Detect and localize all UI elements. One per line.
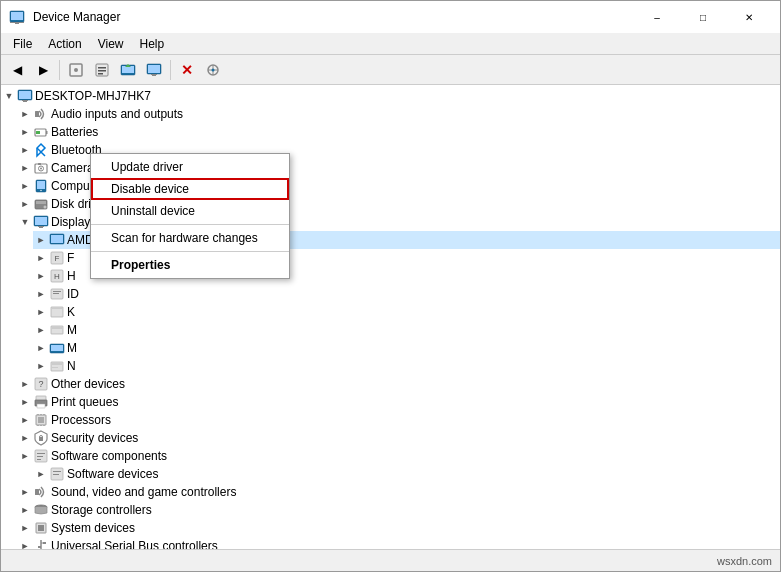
svg-text:?: ?: [38, 379, 43, 389]
tree-item-k[interactable]: ► K: [33, 303, 780, 321]
expand-n[interactable]: ►: [33, 358, 49, 374]
expand-id[interactable]: ►: [33, 286, 49, 302]
svg-rect-27: [36, 131, 40, 134]
expand-root[interactable]: ▼: [1, 88, 17, 104]
svg-rect-55: [52, 327, 62, 329]
toolbar: ◀ ▶ ✕: [1, 55, 780, 85]
expand-display[interactable]: ▼: [17, 214, 33, 230]
tree-item-batteries[interactable]: ► Batteries: [17, 123, 780, 141]
svg-rect-37: [36, 201, 46, 204]
expand-sound[interactable]: ►: [17, 484, 33, 500]
ctx-disable-device[interactable]: Disable device: [91, 178, 289, 200]
menu-view[interactable]: View: [90, 35, 132, 52]
expand-softdev[interactable]: ►: [33, 466, 49, 482]
tree-item-audio[interactable]: ► Audio inputs and outputs: [17, 105, 780, 123]
batteries-label: Batteries: [51, 125, 98, 139]
expand-audio[interactable]: ►: [17, 106, 33, 122]
expand-bluetooth[interactable]: ►: [17, 142, 33, 158]
menu-action[interactable]: Action: [40, 35, 89, 52]
expand-amd[interactable]: ►: [33, 232, 49, 248]
svg-rect-50: [53, 291, 61, 292]
svg-rect-86: [38, 525, 44, 531]
tree-item-softdev[interactable]: ► Software devices: [33, 465, 780, 483]
computer-icon: [17, 88, 33, 104]
tree-item-processors[interactable]: ► Processors: [17, 411, 780, 429]
context-menu: Update driver Disable device Uninstall d…: [90, 153, 290, 279]
tree-item-n[interactable]: ► N: [33, 357, 780, 375]
menu-file[interactable]: File: [5, 35, 40, 52]
svg-text:F: F: [55, 254, 60, 263]
back-button[interactable]: ◀: [5, 58, 29, 82]
update-driver-button[interactable]: [116, 58, 140, 82]
ctx-uninstall-device[interactable]: Uninstall device: [91, 200, 289, 222]
svg-point-5: [74, 68, 78, 72]
expand-h[interactable]: ►: [33, 268, 49, 284]
menu-bar: File Action View Help: [1, 33, 780, 55]
svg-rect-25: [35, 111, 39, 117]
security-icon: [33, 430, 49, 446]
sound-icon: [33, 484, 49, 500]
ctx-update-driver[interactable]: Update driver: [91, 156, 289, 178]
expand-security[interactable]: ►: [17, 430, 33, 446]
expand-usb[interactable]: ►: [17, 538, 33, 549]
svg-rect-2: [10, 22, 24, 23]
scan-button[interactable]: [201, 58, 225, 82]
storage-label: Storage controllers: [51, 503, 152, 517]
svg-point-38: [44, 206, 47, 209]
ctx-properties[interactable]: Properties: [91, 254, 289, 276]
softcomp-label: Software components: [51, 449, 167, 463]
show-hidden-button[interactable]: [64, 58, 88, 82]
expand-system[interactable]: ►: [17, 520, 33, 536]
tree-item-system[interactable]: ► System devices: [17, 519, 780, 537]
tree-item-sound[interactable]: ► Sound, video and game controllers: [17, 483, 780, 501]
tree-root[interactable]: ▼ DESKTOP-MHJ7HK7: [1, 87, 780, 105]
svg-text:H: H: [54, 272, 60, 281]
svg-rect-15: [151, 74, 157, 75]
svg-rect-81: [53, 471, 61, 472]
expand-print[interactable]: ►: [17, 394, 33, 410]
computer-item-icon: [33, 178, 49, 194]
svg-rect-44: [51, 235, 63, 243]
tree-item-m2[interactable]: ► M: [33, 339, 780, 357]
bluetooth-icon: [33, 142, 49, 158]
f-icon: F: [49, 250, 65, 266]
expand-softcomp[interactable]: ►: [17, 448, 33, 464]
expand-f[interactable]: ►: [33, 250, 49, 266]
expand-disk[interactable]: ►: [17, 196, 33, 212]
expand-other[interactable]: ►: [17, 376, 33, 392]
ctx-scan-hardware[interactable]: Scan for hardware changes: [91, 227, 289, 249]
usb-label: Universal Serial Bus controllers: [51, 539, 218, 549]
expand-m1[interactable]: ►: [33, 322, 49, 338]
tree-item-id[interactable]: ► ID: [33, 285, 780, 303]
uninstall-button[interactable]: ✕: [175, 58, 199, 82]
monitor-button[interactable]: [142, 58, 166, 82]
minimize-button[interactable]: –: [634, 7, 680, 27]
close-button[interactable]: ✕: [726, 7, 772, 27]
svg-point-31: [40, 168, 42, 170]
maximize-button[interactable]: □: [680, 7, 726, 27]
audio-icon: [33, 106, 49, 122]
tree-item-security[interactable]: ► Security devices: [17, 429, 780, 447]
expand-m2[interactable]: ►: [33, 340, 49, 356]
menu-help[interactable]: Help: [132, 35, 173, 52]
svg-rect-7: [98, 67, 106, 69]
tree-item-usb[interactable]: ► Universal Serial Bus controllers: [17, 537, 780, 549]
n-label: N: [67, 359, 76, 373]
tree-item-storage[interactable]: ► Storage controllers: [17, 501, 780, 519]
forward-button[interactable]: ▶: [31, 58, 55, 82]
tree-item-print[interactable]: ► Print queues: [17, 393, 780, 411]
expand-storage[interactable]: ►: [17, 502, 33, 518]
expand-processors[interactable]: ►: [17, 412, 33, 428]
m2-icon: [49, 340, 65, 356]
expand-computer[interactable]: ►: [17, 178, 33, 194]
tree-item-other[interactable]: ► ? Other devices: [17, 375, 780, 393]
tree-item-m1[interactable]: ► M: [33, 321, 780, 339]
tree-item-softcomp[interactable]: ► Software components: [17, 447, 780, 465]
svg-point-20: [212, 68, 215, 71]
title-bar-left: Device Manager: [9, 9, 120, 25]
expand-cameras[interactable]: ►: [17, 160, 33, 176]
expand-k[interactable]: ►: [33, 304, 49, 320]
h-label: H: [67, 269, 76, 283]
expand-batteries[interactable]: ►: [17, 124, 33, 140]
properties-button[interactable]: [90, 58, 114, 82]
